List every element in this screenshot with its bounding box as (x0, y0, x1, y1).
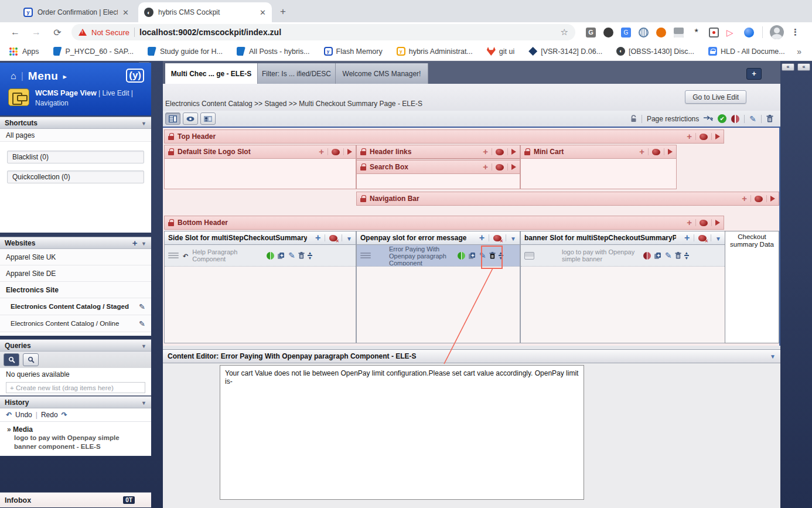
add-website-icon[interactable] (132, 238, 138, 248)
slot-menu-icon[interactable] (346, 233, 352, 243)
approved-status-icon[interactable] (718, 114, 726, 123)
extension-g-icon[interactable]: G (586, 28, 596, 37)
search-queries-button[interactable] (4, 353, 19, 366)
add-component-icon[interactable] (742, 193, 747, 204)
tab-filter[interactable]: Filter: Is ... ified/DESC (258, 63, 336, 84)
shortcuts-header[interactable]: Shortcuts (0, 117, 151, 129)
redo-button[interactable]: Redo (41, 411, 58, 419)
redo-icon[interactable] (62, 411, 67, 419)
component-openpay-banner[interactable]: logo to pay with Openpay simple banner ▲… (521, 245, 725, 267)
bookmark-apps[interactable]: Apps (22, 47, 39, 56)
delete-component-icon[interactable] (675, 252, 681, 259)
close-tab-icon[interactable]: ✕ (122, 8, 129, 17)
add-component-icon[interactable] (483, 162, 488, 172)
history-media-entry[interactable]: Media (7, 425, 144, 434)
forward-icon[interactable]: → (30, 27, 42, 37)
add-component-icon[interactable] (639, 146, 644, 157)
preview-view-button[interactable] (183, 112, 198, 125)
close-tab-icon[interactable]: ✕ (260, 8, 266, 17)
menu-expand-icon[interactable] (63, 71, 67, 81)
quickcollection-button[interactable]: Quickcollection (0) (7, 171, 144, 183)
bookmark-star-icon[interactable] (561, 27, 568, 37)
edit-catalog-icon[interactable] (139, 302, 145, 311)
live-edit-link[interactable]: Live Edit (102, 89, 129, 97)
show-components-icon[interactable] (700, 134, 708, 140)
disabled-toggle-icon[interactable] (643, 252, 651, 260)
collapse-panel-button[interactable] (797, 63, 810, 71)
extension-window-icon[interactable] (674, 28, 684, 37)
create-new-list-field[interactable]: + Create new list (drag items here) (6, 382, 145, 393)
add-component-icon[interactable] (687, 217, 692, 228)
drag-handle-icon[interactable] (360, 253, 371, 258)
slot-bottom-header[interactable]: Bottom Header (164, 216, 724, 230)
sidebar-item-electronics-site[interactable]: Electronics Site (0, 282, 151, 298)
extension-asterisk-icon[interactable]: * (691, 28, 701, 37)
home-icon[interactable] (11, 71, 16, 81)
bookmark-item[interactable]: All Posts - hybris... (237, 47, 310, 56)
enabled-toggle-icon[interactable] (267, 252, 274, 260)
toggle-status-icon[interactable] (731, 115, 739, 123)
hide-components-icon[interactable] (698, 235, 707, 241)
copy-component-icon[interactable] (654, 252, 662, 260)
collapse-panel-button[interactable] (782, 63, 794, 71)
slot-navigation-bar[interactable]: Navigation Bar (356, 192, 779, 206)
hide-components-icon[interactable] (493, 235, 501, 241)
structure-view-button[interactable] (165, 112, 180, 125)
add-tab-button[interactable]: + (746, 68, 762, 80)
move-component-icon[interactable]: ▲▼ (499, 251, 503, 260)
bookmark-item[interactable]: ◐ [OBSS-1430] Disc... (616, 47, 694, 56)
undo-button[interactable]: Undo (15, 411, 32, 419)
show-components-icon[interactable] (755, 196, 763, 202)
go-to-live-edit-button[interactable]: Go to Live Edit (685, 90, 746, 104)
extension-dark-circle-icon[interactable] (603, 28, 613, 37)
preview-slot-icon[interactable] (715, 134, 720, 139)
move-component-icon[interactable]: ▲▼ (308, 251, 312, 260)
show-components-icon[interactable] (332, 149, 340, 155)
browser-tab-order-confirmation[interactable]: y Order Confirmation | Electronic ✕ (18, 4, 135, 21)
edit-component-icon[interactable] (479, 250, 486, 261)
sidebar-item-all-pages[interactable]: All pages (0, 129, 151, 142)
browser-menu-icon[interactable] (791, 27, 800, 37)
bookmark-item[interactable]: [VSR-3142] D.06... (528, 47, 602, 56)
collapse-section-icon[interactable] (141, 119, 146, 127)
add-component-icon[interactable] (483, 146, 488, 157)
collapse-editor-icon[interactable] (770, 352, 776, 360)
slot-side-header[interactable]: Side Slot for multiStepCheckoutSummaryPa… (164, 231, 356, 245)
not-secure-label[interactable]: Not Secure (91, 28, 129, 37)
tab-multi-checkout-page[interactable]: Multi Chec ... ge - ELE-S (165, 63, 258, 84)
add-component-icon[interactable] (684, 233, 690, 243)
sidebar-item-catalog-online[interactable]: Electronics Content Catalog / Online (0, 315, 151, 332)
slot-menu-icon[interactable] (510, 233, 516, 243)
delete-component-icon[interactable] (489, 252, 496, 259)
slot-search-box[interactable]: Search Box (356, 160, 520, 174)
queries-header[interactable]: Queries (0, 339, 151, 352)
undo-icon[interactable] (6, 411, 12, 419)
blacklist-button[interactable]: Blacklist (0) (7, 151, 144, 163)
url-text[interactable]: localhost:9002/cmscockpit/index.zul (139, 28, 281, 37)
preview-slot-icon[interactable] (347, 149, 352, 155)
add-component-icon[interactable] (315, 233, 320, 243)
profile-avatar[interactable] (770, 25, 784, 39)
preview-slot-icon[interactable] (511, 149, 516, 155)
extension-play-icon[interactable] (726, 28, 736, 37)
show-components-icon[interactable] (496, 164, 504, 171)
bookmark-item[interactable]: HLD - All Docume... (708, 47, 785, 56)
move-component-icon[interactable]: ▲▼ (684, 251, 689, 260)
bookmark-item[interactable]: P_HYCD_60 - SAP... (53, 47, 134, 56)
history-header[interactable]: History (0, 396, 151, 408)
slot-top-header[interactable]: Top Header (164, 129, 724, 144)
slot-banner-header[interactable]: banner Slot for multiStepCheckoutSummary… (520, 231, 725, 245)
reload-icon[interactable]: ⟳ (52, 27, 63, 38)
collapse-section-icon[interactable] (141, 398, 146, 407)
show-components-icon[interactable] (496, 149, 504, 155)
edit-page-icon[interactable] (749, 114, 756, 124)
content-editor-textarea[interactable]: Your cart Value does not lie between Ope… (220, 365, 584, 500)
extension-orange-icon[interactable] (656, 28, 666, 37)
collapse-section-icon[interactable] (141, 342, 146, 350)
browser-tab-cms-cockpit[interactable]: ◐ hybris CMS Cockpit ✕ (138, 2, 272, 22)
content-editor-header[interactable]: Content Editor: Error Paying With Openpa… (163, 349, 780, 363)
delete-component-icon[interactable] (298, 252, 305, 259)
slot-default-site-logo[interactable]: Default Site Logo Slot (164, 145, 356, 159)
navigation-link[interactable]: Navigation (35, 99, 69, 107)
slot-mini-cart[interactable]: Mini Cart (520, 145, 677, 159)
